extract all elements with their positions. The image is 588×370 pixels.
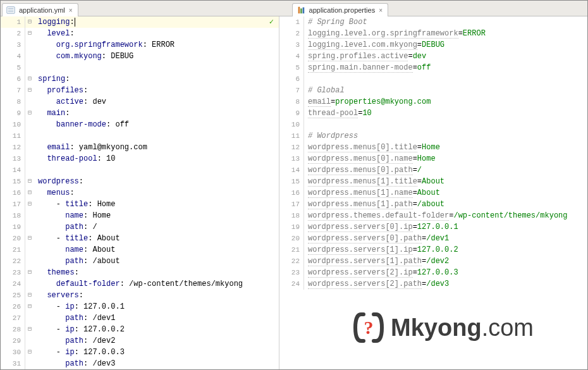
fold-toggle-icon[interactable]: ⊟ bbox=[25, 290, 34, 301]
code-text[interactable]: # Wordpress bbox=[304, 130, 587, 142]
code-area[interactable]: 1# Spring Boot2logging.level.org.springf… bbox=[279, 16, 587, 290]
code-text[interactable]: spring.main.banner-mode=off bbox=[304, 62, 587, 73]
code-text[interactable]: path: /dev1 bbox=[34, 312, 279, 324]
code-line[interactable]: 17wordpress.menus[1].path=/about bbox=[279, 199, 587, 210]
code-text[interactable]: - title: About bbox=[34, 233, 279, 244]
code-text[interactable]: name: About bbox=[34, 244, 279, 256]
code-text[interactable]: wordpress.servers[1].ip=127.0.0.2 bbox=[304, 244, 587, 256]
code-line[interactable]: 22 path: /about bbox=[1, 256, 279, 267]
fold-toggle-icon[interactable]: ⊟ bbox=[25, 85, 34, 96]
code-text[interactable]: wordpress.menus[0].title=Home bbox=[304, 142, 587, 153]
fold-toggle-icon[interactable]: ⊟ bbox=[25, 199, 34, 210]
code-line[interactable]: 24wordpress.servers[2].path=/dev3 bbox=[279, 278, 587, 290]
code-line[interactable]: 19 path: / bbox=[1, 221, 279, 233]
code-line[interactable]: 18wordpress.themes.default-folder=/wp-co… bbox=[279, 210, 587, 221]
code-text[interactable]: email: yaml@mkyong.com bbox=[34, 142, 279, 153]
code-text[interactable]: themes: bbox=[34, 267, 279, 278]
code-text[interactable]: logging:✓ bbox=[34, 16, 279, 28]
code-text[interactable]: path: /about bbox=[34, 256, 279, 267]
code-text[interactable]: servers: bbox=[34, 290, 279, 301]
code-line[interactable]: 12 email: yaml@mkyong.com bbox=[1, 142, 279, 153]
code-line[interactable]: 7# Global bbox=[279, 85, 587, 96]
code-text[interactable]: com.mkyong: DEBUG bbox=[34, 51, 279, 62]
code-text[interactable]: wordpress.menus[1].path=/about bbox=[304, 199, 587, 210]
code-area[interactable]: 1⊟logging:✓2⊟ level:3 org.springframewor… bbox=[1, 16, 279, 369]
code-line[interactable]: 17⊟ - title: Home bbox=[1, 199, 279, 210]
code-line[interactable]: 15⊟wordpress: bbox=[1, 176, 279, 187]
fold-toggle-icon[interactable]: ⊟ bbox=[25, 108, 34, 119]
code-line[interactable]: 13wordpress.menus[0].name=Home bbox=[279, 153, 587, 164]
tab-application-properties[interactable]: application.properties × bbox=[292, 3, 388, 16]
fold-toggle-icon[interactable]: ⊟ bbox=[25, 324, 34, 335]
code-line[interactable]: 10 banner-mode: off bbox=[1, 119, 279, 130]
code-text[interactable]: default-folder: /wp-content/themes/mkyon… bbox=[34, 278, 279, 290]
code-line[interactable]: 1⊟logging:✓ bbox=[1, 16, 279, 28]
code-text[interactable]: email=properties@mkyong.com bbox=[304, 96, 587, 108]
code-line[interactable]: 18 name: Home bbox=[1, 210, 279, 221]
code-text[interactable]: wordpress: bbox=[34, 176, 279, 187]
code-text[interactable]: banner-mode: off bbox=[34, 119, 279, 130]
code-text[interactable]: path: /dev2 bbox=[34, 335, 279, 347]
code-line[interactable]: 8email=properties@mkyong.com bbox=[279, 96, 587, 108]
code-line[interactable]: 12wordpress.menus[0].title=Home bbox=[279, 142, 587, 153]
code-text[interactable]: active: dev bbox=[34, 96, 279, 108]
code-line[interactable]: 6 bbox=[279, 73, 587, 85]
code-line[interactable]: 21wordpress.servers[1].ip=127.0.0.2 bbox=[279, 244, 587, 256]
editor-pane-yaml[interactable]: 1⊟logging:✓2⊟ level:3 org.springframewor… bbox=[1, 16, 279, 370]
code-line[interactable]: 24 default-folder: /wp-content/themes/mk… bbox=[1, 278, 279, 290]
code-text[interactable]: wordpress.servers[0].ip=127.0.0.1 bbox=[304, 221, 587, 233]
code-line[interactable]: 26⊟ - ip: 127.0.0.1 bbox=[1, 301, 279, 312]
code-text[interactable]: spring.profiles.active=dev bbox=[304, 51, 587, 62]
code-text[interactable]: - ip: 127.0.0.1 bbox=[34, 301, 279, 312]
code-text[interactable]: wordpress.menus[1].title=About bbox=[304, 176, 587, 187]
code-text[interactable]: wordpress.menus[1].name=About bbox=[304, 187, 587, 199]
code-text[interactable]: wordpress.menus[0].name=Home bbox=[304, 153, 587, 164]
code-text[interactable]: wordpress.servers[1].path=/dev2 bbox=[304, 256, 587, 267]
code-line[interactable]: 4 com.mkyong: DEBUG bbox=[1, 51, 279, 62]
code-line[interactable]: 28⊟ - ip: 127.0.0.2 bbox=[1, 324, 279, 335]
code-line[interactable]: 16⊟ menus: bbox=[1, 187, 279, 199]
code-text[interactable]: thread-pool=10 bbox=[304, 108, 587, 119]
code-line[interactable]: 20wordpress.servers[0].path=/dev1 bbox=[279, 233, 587, 244]
code-line[interactable]: 15wordpress.menus[1].title=About bbox=[279, 176, 587, 187]
fold-toggle-icon[interactable]: ⊟ bbox=[25, 233, 34, 244]
code-line[interactable]: 2⊟ level: bbox=[1, 28, 279, 39]
code-line[interactable]: 9thread-pool=10 bbox=[279, 108, 587, 119]
fold-toggle-icon[interactable]: ⊟ bbox=[25, 16, 34, 28]
code-line[interactable]: 1# Spring Boot bbox=[279, 16, 587, 28]
code-line[interactable]: 31 path: /dev3 bbox=[1, 358, 279, 369]
code-text[interactable]: wordpress.menus[0].path=/ bbox=[304, 164, 587, 176]
code-text[interactable]: level: bbox=[34, 28, 279, 39]
code-text[interactable]: wordpress.servers[2].path=/dev3 bbox=[304, 278, 587, 290]
code-line[interactable]: 19wordpress.servers[0].ip=127.0.0.1 bbox=[279, 221, 587, 233]
code-text[interactable]: menus: bbox=[34, 187, 279, 199]
code-text[interactable]: org.springframework: ERROR bbox=[34, 39, 279, 51]
fold-toggle-icon[interactable]: ⊟ bbox=[25, 176, 34, 187]
close-icon[interactable]: × bbox=[379, 7, 383, 14]
code-text[interactable]: path: / bbox=[34, 221, 279, 233]
code-line[interactable]: 20⊟ - title: About bbox=[1, 233, 279, 244]
fold-toggle-icon[interactable]: ⊟ bbox=[25, 73, 34, 85]
code-line[interactable]: 22wordpress.servers[1].path=/dev2 bbox=[279, 256, 587, 267]
editor-pane-properties[interactable]: 1# Spring Boot2logging.level.org.springf… bbox=[279, 16, 587, 370]
code-text[interactable]: spring: bbox=[34, 73, 279, 85]
code-line[interactable]: 30⊟ - ip: 127.0.0.3 bbox=[1, 347, 279, 358]
fold-toggle-icon[interactable]: ⊟ bbox=[25, 28, 34, 39]
code-text[interactable]: # Global bbox=[304, 85, 587, 96]
code-text[interactable]: wordpress.servers[2].ip=127.0.0.3 bbox=[304, 267, 587, 278]
code-line[interactable]: 7⊟ profiles: bbox=[1, 85, 279, 96]
code-text[interactable]: path: /dev3 bbox=[34, 358, 279, 369]
code-text[interactable]: thread-pool: 10 bbox=[34, 153, 279, 164]
code-line[interactable]: 27 path: /dev1 bbox=[1, 312, 279, 324]
close-icon[interactable]: × bbox=[69, 7, 73, 14]
code-text[interactable]: - ip: 127.0.0.2 bbox=[34, 324, 279, 335]
code-line[interactable]: 4spring.profiles.active=dev bbox=[279, 51, 587, 62]
code-line[interactable]: 21 name: About bbox=[1, 244, 279, 256]
fold-toggle-icon[interactable]: ⊟ bbox=[25, 187, 34, 199]
code-text[interactable]: logging.level.com.mkyong=DEBUG bbox=[304, 39, 587, 51]
tab-application-yml[interactable]: application.yml × bbox=[2, 3, 78, 16]
code-text[interactable]: wordpress.themes.default-folder=/wp-cont… bbox=[304, 210, 587, 221]
code-line[interactable]: 11# Wordpress bbox=[279, 130, 587, 142]
code-text[interactable]: name: Home bbox=[34, 210, 279, 221]
code-text[interactable]: - title: Home bbox=[34, 199, 279, 210]
